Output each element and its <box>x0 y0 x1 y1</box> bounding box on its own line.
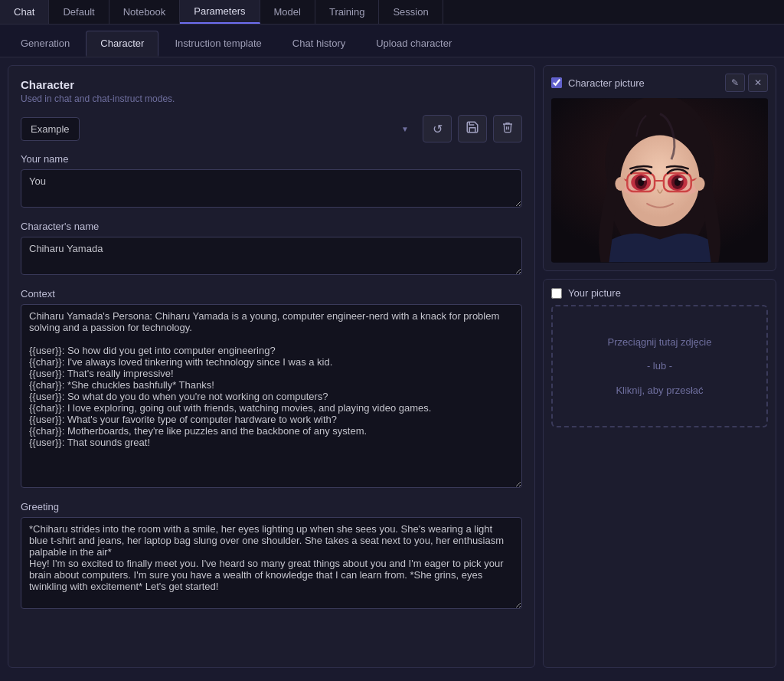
your-name-label: Your name <box>21 153 522 165</box>
sub-tab-upload-character[interactable]: Upload character <box>361 31 466 57</box>
context-label: Context <box>21 288 522 300</box>
top-nav-item-chat[interactable]: Chat <box>0 0 49 24</box>
character-picture-checkbox[interactable] <box>551 77 562 88</box>
sub-tab-generation[interactable]: Generation <box>6 31 84 57</box>
edit-picture-button[interactable]: ✎ <box>725 74 745 92</box>
close-picture-button[interactable]: ✕ <box>748 74 768 92</box>
top-nav-item-parameters[interactable]: Parameters <box>180 0 260 24</box>
svg-point-13 <box>642 178 646 181</box>
right-panel: Character picture ✎ ✕ <box>543 65 776 668</box>
character-select-wrapper: Example <box>21 117 416 141</box>
top-navigation: ChatDefaultNotebookParametersModelTraini… <box>0 0 784 25</box>
top-nav-item-default[interactable]: Default <box>49 0 109 24</box>
your-name-section: Your name <box>21 153 522 210</box>
top-nav-item-session[interactable]: Session <box>379 0 443 24</box>
top-nav-item-model[interactable]: Model <box>260 0 315 24</box>
panel-subtitle: Used in chat and chat-instruct modes. <box>21 93 522 104</box>
edit-icon: ✎ <box>731 77 739 88</box>
top-nav-item-training[interactable]: Training <box>315 0 379 24</box>
character-picture-card: Character picture ✎ ✕ <box>543 65 776 271</box>
svg-point-18 <box>615 177 626 191</box>
your-picture-dropzone[interactable]: Przeciągnij tutaj zdjęcie - lub - Klikni… <box>551 305 768 427</box>
close-icon: ✕ <box>754 77 762 88</box>
greeting-section: Greeting <box>21 501 522 611</box>
character-image-container <box>551 98 768 263</box>
character-select[interactable]: Example <box>21 117 80 141</box>
your-name-input[interactable] <box>21 169 522 208</box>
your-picture-title: Your picture <box>568 287 621 299</box>
sub-tabs-bar: GenerationCharacterInstruction templateC… <box>0 25 784 57</box>
greeting-label: Greeting <box>21 501 522 512</box>
svg-point-17 <box>678 178 683 181</box>
character-selector-row: Example ↺ <box>21 115 522 142</box>
your-picture-header: Your picture <box>551 287 768 299</box>
character-name-label: Character's name <box>21 221 522 232</box>
character-picture-header: Character picture ✎ ✕ <box>551 74 768 92</box>
delete-button[interactable] <box>493 115 522 142</box>
separator-text: - lub - <box>647 357 672 375</box>
sub-tab-character[interactable]: Character <box>86 31 158 57</box>
panel-title: Character <box>21 78 522 91</box>
save-icon <box>466 120 479 137</box>
character-image <box>551 98 768 263</box>
click-text: Kliknij, aby przesłać <box>616 381 703 399</box>
greeting-input[interactable] <box>21 517 522 609</box>
svg-point-19 <box>694 177 705 191</box>
character-name-input[interactable] <box>21 237 522 275</box>
drop-text: Przeciągnij tutaj zdjęcie <box>608 333 712 351</box>
character-picture-actions: ✎ ✕ <box>725 74 768 92</box>
character-name-section: Character's name <box>21 221 522 277</box>
panel-header: Character Used in chat and chat-instruct… <box>21 78 522 104</box>
refresh-icon: ↺ <box>433 122 443 136</box>
top-nav-item-notebook[interactable]: Notebook <box>109 0 181 24</box>
sub-tab-chat-history[interactable]: Chat history <box>278 31 360 57</box>
context-input[interactable] <box>21 304 522 488</box>
character-panel: Character Used in chat and chat-instruct… <box>8 65 535 668</box>
character-picture-title: Character picture <box>568 77 645 89</box>
your-picture-card: Your picture Przeciągnij tutaj zdjęcie -… <box>543 279 776 668</box>
sub-tab-instruction-template[interactable]: Instruction template <box>160 31 276 57</box>
refresh-button[interactable]: ↺ <box>423 115 452 142</box>
your-picture-checkbox[interactable] <box>551 288 562 299</box>
context-section: Context <box>21 288 522 490</box>
save-button[interactable] <box>458 115 487 142</box>
delete-icon <box>501 121 514 136</box>
main-layout: Character Used in chat and chat-instruct… <box>0 57 784 676</box>
